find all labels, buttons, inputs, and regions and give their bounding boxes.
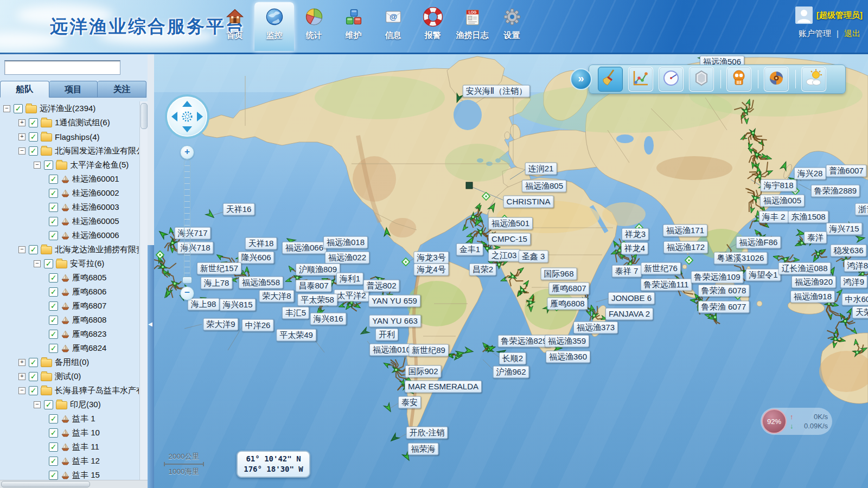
tree-toggle[interactable]: + xyxy=(18,119,25,126)
vessel-label[interactable]: 鲁荣渔 6078 xyxy=(698,285,750,297)
region-button[interactable] xyxy=(689,67,714,92)
tree-vertical-scrollbar[interactable] xyxy=(139,101,148,480)
tree-vessel-row[interactable]: ✓雁鸣6807 xyxy=(0,299,139,313)
vessel-label[interactable]: 海望令1 xyxy=(745,269,781,281)
tree-label[interactable]: 长海县獐子岛益丰水产有 xyxy=(55,386,139,396)
vessel-label[interactable]: 新世纪89 xyxy=(409,344,449,357)
zoom-in-button[interactable]: + xyxy=(180,145,194,159)
tree-checkbox[interactable]: ✓ xyxy=(29,386,38,395)
tree-checkbox[interactable]: ✓ xyxy=(29,118,38,127)
vessel-label[interactable]: 福远渔F86 xyxy=(736,236,781,249)
vessel-label[interactable]: 海兴718 xyxy=(177,242,213,254)
vessel-label[interactable]: 隆兴606 xyxy=(238,252,274,264)
tree-label[interactable]: 北海国发远洋渔业有限公 xyxy=(55,146,139,156)
tree-group-row[interactable]: +✓1通信测试组(6) xyxy=(0,115,139,130)
tree-label[interactable]: 桂远渔60005 xyxy=(72,216,119,227)
vessel-label[interactable]: 鸿洋9 xyxy=(840,276,867,288)
vessel-label[interactable]: 丰汇5 xyxy=(282,307,309,319)
vessel-label[interactable]: YAN YU 663 xyxy=(369,315,421,328)
tree-vessel-row[interactable]: ✓桂远渔60003 xyxy=(0,200,139,214)
tab-follow[interactable]: 关注 xyxy=(98,81,146,98)
danger-button[interactable] xyxy=(726,67,751,92)
tree-group-row[interactable]: −✓长海县獐子岛益丰水产有 xyxy=(0,383,139,397)
tree-label[interactable]: 益丰 12 xyxy=(72,456,100,466)
nav-message[interactable]: @信息 xyxy=(373,2,413,51)
tree-checkbox[interactable]: ✓ xyxy=(29,146,38,156)
tree-label[interactable]: 北海龙达渔业捕捞有限责 xyxy=(55,245,139,255)
tree-label[interactable]: 雁鸣6823 xyxy=(72,329,106,339)
tree-vessel-row[interactable]: ✓桂远渔60002 xyxy=(0,186,139,200)
tree-label[interactable]: 太平洋金枪鱼(5) xyxy=(70,160,129,170)
nav-settings[interactable]: 设置 xyxy=(492,2,532,51)
tree-checkbox[interactable]: ✓ xyxy=(49,175,58,184)
nav-fishlog[interactable]: LOG渔捞日志 xyxy=(452,2,492,51)
vessel-label[interactable]: 福远渔918 xyxy=(790,291,835,303)
tab-project[interactable]: 项目 xyxy=(49,81,98,98)
clear-button[interactable] xyxy=(598,67,623,92)
vessel-label[interactable]: 稳发636 xyxy=(830,245,866,257)
vessel-label[interactable]: 福远渔359 xyxy=(545,335,589,348)
tree-checkbox[interactable]: ✓ xyxy=(49,316,58,325)
vessel-label[interactable]: 昌荣2 xyxy=(469,264,496,276)
vessel-label[interactable]: 福远渔360 xyxy=(546,351,590,363)
vessel-label[interactable]: 海兴717 xyxy=(174,227,210,240)
tree-label[interactable]: 印尼(30) xyxy=(70,400,101,410)
tree-label[interactable]: 雁鸣6806 xyxy=(72,287,106,297)
vessel-label[interactable]: FANJAVA 2 xyxy=(605,308,653,320)
sidebar-collapse-handle[interactable]: ◀ xyxy=(148,245,154,488)
vessel-label[interactable]: 东渔1508 xyxy=(788,211,828,223)
search-input[interactable] xyxy=(4,60,120,75)
vessel-label[interactable]: 鲁荣渔 6077 xyxy=(698,301,750,313)
tree-vessel-row[interactable]: ✓益丰 11 xyxy=(0,440,139,454)
tree-label[interactable]: 桂远渔60002 xyxy=(72,188,119,198)
logout-link[interactable]: 退出 xyxy=(844,29,860,39)
nav-home[interactable]: 首页 xyxy=(215,2,254,51)
tree-checkbox[interactable]: ✓ xyxy=(29,245,38,254)
scrollbar-thumb[interactable] xyxy=(1,481,90,487)
tree-toggle[interactable]: − xyxy=(34,401,41,408)
vessel-label[interactable]: 圣鑫 3 xyxy=(519,251,548,263)
vessel-label[interactable]: 国际968 xyxy=(540,268,577,280)
vessel-label[interactable]: 天荣 xyxy=(852,306,868,319)
vessel-label[interactable]: 开欣-注销 xyxy=(406,427,448,439)
tree-group-row[interactable]: −✓北海国发远洋渔业有限公 xyxy=(0,144,139,158)
tree-vessel-row[interactable]: ✓益丰 15 xyxy=(0,468,139,480)
tree-vessel-row[interactable]: ✓雁鸣6808 xyxy=(0,313,139,327)
tree-group-row[interactable]: +✓Flagships(4) xyxy=(0,130,139,144)
vessel-label[interactable]: MAR ESMERALDA xyxy=(405,381,482,393)
tree-group-row[interactable]: −✓远洋渔业(2394) xyxy=(0,101,139,115)
tree-label[interactable]: 桂远渔60003 xyxy=(72,202,119,213)
vessel-label[interactable]: 福远渔501 xyxy=(488,217,533,230)
vessel-label[interactable]: 连润21 xyxy=(525,163,557,175)
tree-checkbox[interactable]: ✓ xyxy=(49,231,58,240)
tree-vessel-row[interactable]: ✓桂远渔60005 xyxy=(0,214,139,228)
vessel-label[interactable]: JONOBE 6 xyxy=(608,292,655,305)
tree-checkbox[interactable]: ✓ xyxy=(44,259,53,268)
vessel-label[interactable]: 鲁荣渔2889 xyxy=(811,185,860,197)
vessel-label[interactable]: 福远渔373 xyxy=(573,322,618,334)
tree-group-row[interactable]: −✓北海龙达渔业捕捞有限责 xyxy=(0,242,139,256)
tree-vessel-row[interactable]: ✓雁鸣6824 xyxy=(0,341,139,355)
typhoon-button[interactable] xyxy=(764,67,789,92)
vessel-label[interactable]: 福远渔010 xyxy=(369,344,414,356)
vessel-label[interactable]: 辽长渔运088 xyxy=(778,262,831,275)
tree-label[interactable]: 雁鸣6808 xyxy=(72,315,106,325)
vessel-label[interactable]: 泰安 xyxy=(398,396,421,409)
tree-group-row[interactable]: +✓测试(0) xyxy=(0,369,139,383)
vessel-label[interactable]: 金丰1 xyxy=(456,243,483,256)
tree-checkbox[interactable]: ✓ xyxy=(44,400,53,409)
vessel-label[interactable]: 海上98 xyxy=(188,298,220,311)
tree-toggle[interactable]: + xyxy=(18,359,25,366)
tree-label[interactable]: 1通信测试组(6) xyxy=(55,118,110,128)
tree-checkbox[interactable]: ✓ xyxy=(14,104,23,113)
tree-checkbox[interactable]: ✓ xyxy=(44,160,53,170)
tree-label[interactable]: 益丰 10 xyxy=(72,428,100,438)
tree-checkbox[interactable]: ✓ xyxy=(49,457,58,466)
toolbar-collapse-button[interactable]: » xyxy=(570,68,592,90)
vessel-label[interactable]: 长顺2 xyxy=(499,352,526,365)
track-button[interactable] xyxy=(628,67,653,92)
vessel-label[interactable]: 福远渔558 xyxy=(239,277,283,289)
tree-checkbox[interactable]: ✓ xyxy=(49,414,58,423)
account-manage-link[interactable]: 账户管理 xyxy=(799,29,831,39)
tree-toggle[interactable]: + xyxy=(18,373,25,380)
